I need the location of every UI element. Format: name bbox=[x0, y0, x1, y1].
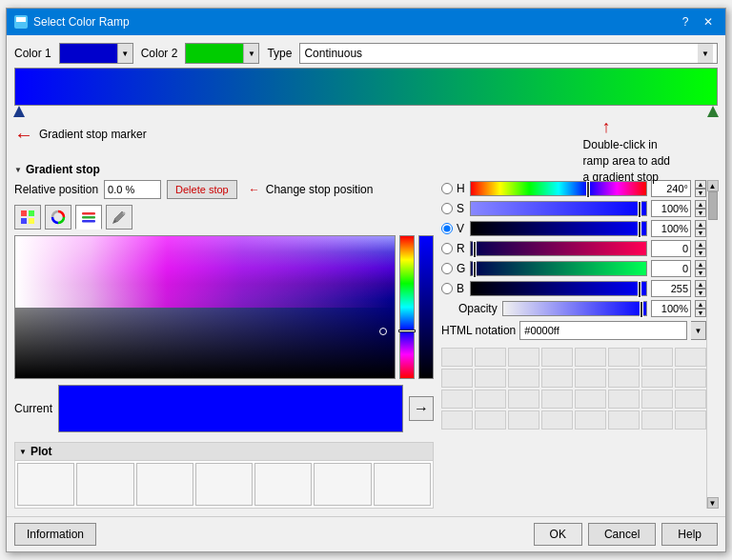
palette-cell-15[interactable] bbox=[641, 369, 673, 388]
tab-eyedropper[interactable] bbox=[106, 205, 132, 230]
gradient-marker-right[interactable] bbox=[707, 106, 719, 117]
g-radio[interactable] bbox=[441, 263, 453, 274]
palette-cell-3[interactable] bbox=[508, 348, 539, 367]
palette-cell-12[interactable] bbox=[541, 369, 573, 388]
scrollbar[interactable]: ▲ ▼ bbox=[706, 180, 718, 509]
palette-cell-22[interactable] bbox=[608, 390, 640, 409]
position-input[interactable] bbox=[104, 180, 161, 199]
ok-button[interactable]: OK bbox=[534, 523, 582, 546]
s-radio[interactable] bbox=[441, 203, 453, 214]
close-button[interactable]: ✕ bbox=[699, 13, 718, 30]
color2-dropdown-arrow[interactable]: ▼ bbox=[243, 44, 258, 63]
r-radio[interactable] bbox=[441, 243, 453, 254]
collapse-icon[interactable]: ▼ bbox=[14, 166, 22, 174]
palette-cell-14[interactable] bbox=[608, 369, 640, 388]
g-value-input[interactable] bbox=[651, 260, 691, 277]
palette-cell-13[interactable] bbox=[575, 369, 606, 388]
s-slider[interactable] bbox=[470, 201, 647, 216]
s-value-input[interactable] bbox=[651, 200, 691, 217]
apply-color-button[interactable]: → bbox=[409, 396, 434, 421]
opacity-spin-up[interactable]: ▲ bbox=[695, 300, 706, 309]
palette-cell-28[interactable] bbox=[541, 410, 573, 430]
palette-cell-23[interactable] bbox=[641, 390, 673, 409]
gradient-bar-container[interactable] bbox=[14, 68, 718, 106]
color1-button[interactable]: ▼ bbox=[59, 43, 133, 64]
tab-color-circle[interactable] bbox=[45, 205, 71, 230]
b-value-input[interactable] bbox=[651, 280, 691, 297]
h-spin-up[interactable]: ▲ bbox=[695, 180, 706, 189]
r-spin-up[interactable]: ▲ bbox=[695, 240, 706, 249]
palette-cell-20[interactable] bbox=[541, 390, 573, 409]
palette-cell-30[interactable] bbox=[608, 410, 640, 430]
h-spin-down[interactable]: ▼ bbox=[695, 189, 706, 197]
palette-cell-2[interactable] bbox=[475, 348, 506, 367]
palette-cell-24[interactable] bbox=[675, 390, 706, 409]
palette-cell-27[interactable] bbox=[508, 410, 539, 430]
palette-cell-17[interactable] bbox=[441, 390, 473, 409]
plot-collapse-icon[interactable]: ▼ bbox=[19, 448, 27, 456]
v-spin-down[interactable]: ▼ bbox=[695, 229, 706, 237]
h-slider[interactable] bbox=[470, 181, 647, 196]
plot-header[interactable]: ▼ Plot bbox=[14, 442, 434, 461]
hue-strip[interactable] bbox=[399, 235, 415, 379]
help-button[interactable]: ? bbox=[676, 13, 695, 30]
b-slider[interactable] bbox=[470, 281, 647, 296]
palette-cell-10[interactable] bbox=[475, 369, 506, 388]
palette-cell-18[interactable] bbox=[475, 390, 506, 409]
palette-cell-11[interactable] bbox=[508, 369, 539, 388]
v-radio[interactable] bbox=[441, 223, 453, 234]
palette-cell-16[interactable] bbox=[675, 369, 706, 388]
opacity-slider[interactable] bbox=[502, 301, 647, 316]
tab-color-wheel[interactable] bbox=[14, 205, 41, 230]
palette-cell-1[interactable] bbox=[441, 348, 473, 367]
html-dropdown-arrow[interactable]: ▼ bbox=[691, 321, 706, 340]
gradient-marker-left[interactable] bbox=[13, 106, 25, 117]
opacity-spin-down[interactable]: ▼ bbox=[695, 309, 706, 317]
color-picker-area[interactable] bbox=[14, 235, 434, 379]
palette-cell-5[interactable] bbox=[575, 348, 606, 367]
palette-cell-7[interactable] bbox=[641, 348, 673, 367]
cancel-button[interactable]: Cancel bbox=[588, 523, 656, 546]
r-spin-down[interactable]: ▼ bbox=[695, 249, 706, 257]
v-value-input[interactable] bbox=[651, 220, 691, 237]
sv-square[interactable] bbox=[14, 235, 396, 379]
palette-cell-21[interactable] bbox=[575, 390, 606, 409]
h-radio[interactable] bbox=[441, 183, 453, 194]
palette-cell-8[interactable] bbox=[675, 348, 706, 367]
type-dropdown-arrow[interactable]: ▼ bbox=[698, 44, 713, 63]
palette-cell-25[interactable] bbox=[441, 410, 473, 430]
s-spin-down[interactable]: ▼ bbox=[695, 209, 706, 217]
delete-stop-button[interactable]: Delete stop bbox=[167, 180, 237, 199]
scroll-down-button[interactable]: ▼ bbox=[707, 497, 719, 509]
b-radio[interactable] bbox=[441, 283, 453, 294]
html-input[interactable] bbox=[519, 321, 687, 340]
color2-button[interactable]: ▼ bbox=[185, 43, 259, 64]
palette-cell-26[interactable] bbox=[475, 410, 506, 430]
scroll-thumb[interactable] bbox=[708, 191, 718, 220]
help-dialog-button[interactable]: Help bbox=[661, 523, 718, 546]
r-value-input[interactable] bbox=[651, 240, 691, 257]
v-spin-up[interactable]: ▲ bbox=[695, 220, 706, 229]
color1-dropdown-arrow[interactable]: ▼ bbox=[117, 44, 132, 63]
scroll-track[interactable] bbox=[707, 191, 718, 497]
palette-cell-9[interactable] bbox=[441, 369, 473, 388]
g-slider[interactable] bbox=[470, 261, 647, 276]
r-slider[interactable] bbox=[470, 241, 647, 256]
palette-cell-4[interactable] bbox=[541, 348, 573, 367]
palette-cell-19[interactable] bbox=[508, 390, 539, 409]
blue-strip[interactable] bbox=[418, 235, 434, 379]
palette-cell-6[interactable] bbox=[608, 348, 640, 367]
type-select[interactable]: Continuous ▼ bbox=[299, 43, 718, 64]
palette-cell-32[interactable] bbox=[675, 410, 706, 430]
b-spin-up[interactable]: ▲ bbox=[695, 280, 706, 289]
opacity-value-input[interactable] bbox=[651, 300, 691, 317]
palette-cell-31[interactable] bbox=[641, 410, 673, 430]
tab-sliders[interactable] bbox=[75, 205, 102, 230]
b-spin-down[interactable]: ▼ bbox=[695, 289, 706, 297]
g-spin-up[interactable]: ▲ bbox=[695, 260, 706, 269]
v-slider[interactable] bbox=[470, 221, 647, 236]
information-button[interactable]: Information bbox=[14, 523, 96, 546]
g-spin-down[interactable]: ▼ bbox=[695, 269, 706, 277]
s-spin-up[interactable]: ▲ bbox=[695, 200, 706, 209]
palette-cell-29[interactable] bbox=[575, 410, 606, 430]
